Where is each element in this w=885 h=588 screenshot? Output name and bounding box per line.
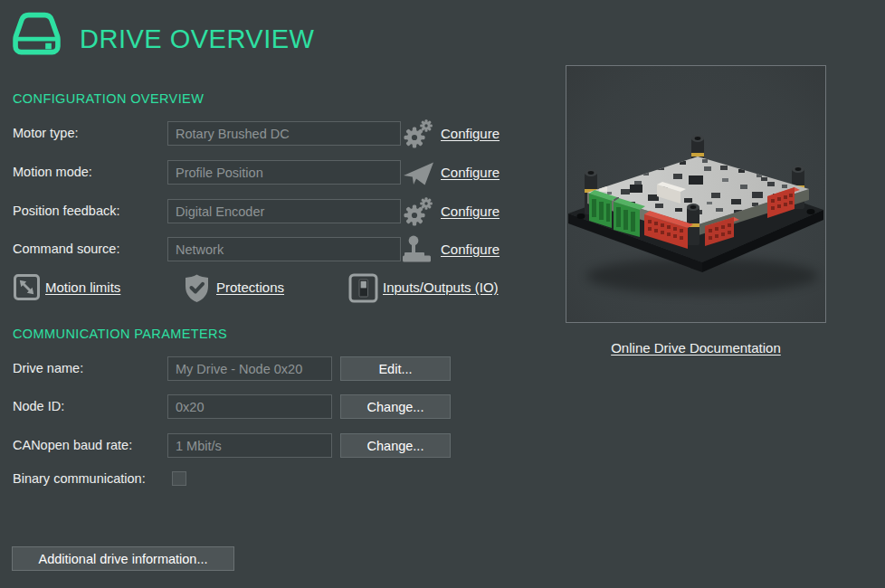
drive-board-photo [566, 65, 826, 323]
motor-type-configure-link[interactable]: Configure [441, 121, 500, 146]
hard-drive-icon [13, 10, 61, 62]
node-id-label: Node ID: [13, 394, 64, 419]
motion-limits-link[interactable]: Motion limits [13, 273, 41, 302]
gears-icon [402, 119, 434, 155]
position-feedback-input[interactable] [167, 199, 401, 223]
protections-link[interactable]: Protections [183, 273, 211, 302]
edit-drive-name-button[interactable]: Edit... [340, 356, 451, 381]
motion-mode-configure-link[interactable]: Configure [441, 160, 500, 185]
baud-rate-label: CANopen baud rate: [13, 433, 132, 458]
inputs-outputs-link[interactable]: Inputs/Outputs (IO) [348, 273, 378, 302]
binary-communication-checkbox[interactable] [172, 471, 186, 486]
protections-label: Protections [216, 273, 284, 302]
online-documentation-link[interactable]: Online Drive Documentation [566, 340, 826, 356]
motor-type-label: Motor type: [13, 121, 79, 146]
page-title: DRIVE OVERVIEW [80, 24, 314, 54]
motion-mode-label: Motion mode: [13, 160, 92, 185]
drive-name-input[interactable] [167, 356, 332, 381]
shield-check-icon [183, 290, 211, 306]
command-source-label: Command source: [13, 237, 119, 261]
drive-name-label: Drive name: [13, 356, 83, 381]
additional-drive-info-button[interactable]: Additional drive information... [12, 546, 234, 571]
change-node-id-button[interactable]: Change... [340, 394, 451, 419]
comm-section-title: COMMUNICATION PARAMETERS [13, 327, 227, 341]
position-feedback-configure-link[interactable]: Configure [441, 199, 500, 223]
node-id-input[interactable] [167, 394, 332, 419]
motion-limits-label: Motion limits [45, 273, 120, 302]
motion-limits-icon [13, 289, 41, 304]
position-feedback-label: Position feedback: [13, 199, 120, 223]
command-source-input[interactable] [167, 237, 401, 261]
io-switch-icon [348, 290, 378, 306]
paper-plane-icon [402, 159, 436, 192]
inputs-outputs-label: Inputs/Outputs (IO) [383, 273, 499, 302]
motor-type-input[interactable] [167, 121, 401, 146]
gears-icon [402, 196, 434, 232]
baud-rate-input[interactable] [167, 433, 332, 458]
joystick-icon [402, 233, 433, 268]
change-baud-rate-button[interactable]: Change... [340, 433, 451, 458]
drive-overview-page: DRIVE OVERVIEW CONFIGURATION OVERVIEW Mo… [0, 0, 885, 588]
command-source-configure-link[interactable]: Configure [441, 237, 500, 261]
config-section-title: CONFIGURATION OVERVIEW [13, 91, 204, 106]
motion-mode-input[interactable] [167, 160, 401, 185]
binary-communication-label: Binary communication: [13, 467, 146, 491]
